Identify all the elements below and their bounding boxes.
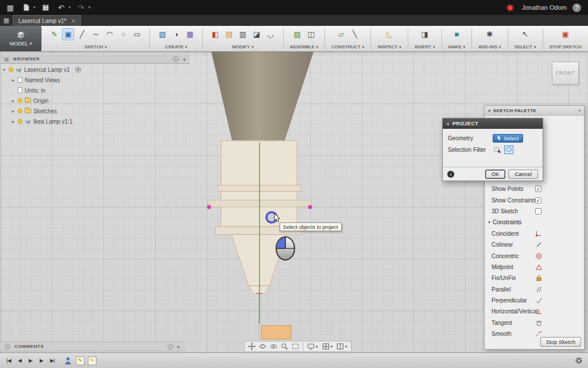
lamp-shade-body[interactable] xyxy=(211,52,314,140)
browser-item-sketches[interactable]: ▸ Sketches xyxy=(2,106,81,116)
insert-menu[interactable]: INSERT▾ xyxy=(415,44,435,49)
addins-menu[interactable]: ADD-INS▾ xyxy=(478,44,501,49)
browser-item-origin[interactable]: ▸ Origin xyxy=(2,95,81,106)
assemble-menu[interactable]: ASSEMBLE▾ xyxy=(290,44,319,49)
expander-icon[interactable]: ▸ xyxy=(11,98,16,103)
visibility-bulb-icon[interactable] xyxy=(18,109,22,113)
view-cube[interactable]: FRONT xyxy=(552,62,579,85)
tab-close-icon[interactable]: × xyxy=(71,17,75,24)
constraint-coincident[interactable]: Coincident xyxy=(485,228,584,239)
spline-tool-icon[interactable] xyxy=(90,28,102,40)
pan-button[interactable] xyxy=(246,342,257,351)
fit-button[interactable] xyxy=(290,342,300,351)
addins-icon[interactable] xyxy=(483,28,496,40)
line-tool-icon[interactable] xyxy=(76,28,88,40)
modify-menu[interactable]: MODIFY▾ xyxy=(232,44,254,49)
timeline-sketch-feature[interactable] xyxy=(76,356,84,365)
show-points-checkbox[interactable]: ✓ xyxy=(535,186,541,192)
timeline-go-to-end-button[interactable]: ▶| xyxy=(48,356,57,366)
combine-icon[interactable] xyxy=(237,28,249,40)
undo-icon[interactable] xyxy=(56,2,67,13)
stop-sketch-button[interactable]: STOP SKETCH xyxy=(550,44,582,49)
create-sketch-icon[interactable] xyxy=(48,28,60,40)
timeline-play-button[interactable]: ▶ xyxy=(26,356,35,366)
viewport-canvas[interactable]: BROWSER ◂ ▾ Lasercut Lamp v1 ▸ Named Vie… xyxy=(0,52,588,352)
display-settings-dropdown[interactable]: ▾ xyxy=(305,343,320,350)
stop-sketch-palette-button[interactable]: Stop Sketch xyxy=(540,337,581,347)
file-menu-caret[interactable]: ▾ xyxy=(33,5,36,10)
pattern-icon[interactable] xyxy=(184,28,196,40)
constraint-parallel[interactable]: Parallel xyxy=(485,284,584,295)
document-tab[interactable]: Lasercut Lamp v1* × xyxy=(13,15,81,26)
redo-caret[interactable]: ▾ xyxy=(88,5,91,10)
comments-collapse-icon[interactable] xyxy=(168,344,173,350)
constraint-concentric[interactable]: Concentric xyxy=(485,250,584,261)
construction-axis-icon[interactable] xyxy=(349,28,361,40)
comments-bar[interactable]: COMMENTS ▸ xyxy=(0,342,185,351)
3d-sketch-checkbox[interactable] xyxy=(535,208,541,214)
expander-icon[interactable]: ▸ xyxy=(11,119,16,124)
data-panel-toggle-icon[interactable] xyxy=(0,15,13,26)
revolve-icon[interactable] xyxy=(170,28,182,40)
select-cursor-icon[interactable] xyxy=(519,28,531,40)
visibility-bulb-icon[interactable] xyxy=(18,119,22,124)
constraint-perpendicular[interactable]: Perpendicular xyxy=(485,295,584,306)
lamp-base-body[interactable] xyxy=(215,141,301,294)
app-menu-icon[interactable] xyxy=(5,2,16,13)
constraint-colinear[interactable]: Colinear xyxy=(485,239,584,250)
dialog-collapse-icon[interactable]: ◂ xyxy=(446,121,449,126)
workspace-selector[interactable]: MODEL▾ xyxy=(0,26,41,51)
ok-button[interactable]: OK xyxy=(485,170,506,179)
show-constraints-checkbox[interactable]: ✓ xyxy=(535,197,541,204)
user-account-button[interactable]: Jonathan Odom xyxy=(522,4,567,11)
visibility-bulb-icon[interactable] xyxy=(18,98,22,103)
timeline-settings-button[interactable] xyxy=(574,355,584,366)
sketch-point-right[interactable] xyxy=(308,205,312,209)
browser-dock-icon[interactable]: ◂ xyxy=(183,56,185,62)
sketch-menu[interactable]: SKETCH▾ xyxy=(84,44,107,49)
expander-icon[interactable]: ▸ xyxy=(11,78,16,83)
constraint-fix-unfix[interactable]: Fix/UnFix xyxy=(485,273,584,283)
file-menu-icon[interactable] xyxy=(21,2,31,13)
visibility-bulb-icon[interactable] xyxy=(9,67,13,72)
undo-caret[interactable]: ▾ xyxy=(69,5,71,10)
info-icon[interactable]: i xyxy=(447,171,454,178)
press-pull-icon[interactable] xyxy=(210,28,222,40)
selected-sketch-profile[interactable] xyxy=(261,325,291,339)
redo-icon[interactable] xyxy=(76,2,86,13)
sketch-point-left[interactable] xyxy=(207,205,211,209)
insert-icon[interactable] xyxy=(419,28,431,40)
new-component-icon[interactable] xyxy=(291,28,303,40)
section-expander-icon[interactable]: ▾ xyxy=(488,220,490,225)
browser-item-named-views[interactable]: ▸ Named Views xyxy=(2,75,81,85)
construct-menu[interactable]: CONSTRUCT▾ xyxy=(332,44,365,49)
stop-sketch-icon[interactable] xyxy=(559,28,571,40)
geometry-select-button[interactable]: Select xyxy=(493,134,523,143)
palette-expand-icon[interactable]: » xyxy=(578,108,581,113)
construction-plane-icon[interactable] xyxy=(335,28,347,40)
constraint-horizontal-vertical[interactable]: Horizontal/Vertical xyxy=(485,306,584,317)
create-menu[interactable]: CREATE▾ xyxy=(165,44,187,49)
make-menu[interactable]: MAKE▾ xyxy=(448,44,465,49)
fillet-icon[interactable] xyxy=(265,28,277,40)
project-dialog-header[interactable]: ◂ PROJECT xyxy=(443,118,543,129)
activate-component-radio[interactable] xyxy=(75,67,81,72)
browser-root-item[interactable]: ▾ Lasercut Lamp v1 xyxy=(2,64,81,75)
extrude-icon[interactable] xyxy=(156,28,168,40)
comments-expand-icon[interactable]: ▸ xyxy=(177,344,180,350)
constraint-tangent[interactable]: Tangent xyxy=(485,317,584,328)
cancel-button[interactable]: Cancel xyxy=(508,170,538,179)
orbit-button[interactable] xyxy=(257,342,268,351)
browser-item-units[interactable]: Units: in xyxy=(2,85,81,95)
filter-specified-entities-icon[interactable] xyxy=(493,145,502,154)
browser-panel-header[interactable]: BROWSER ◂ xyxy=(0,55,189,64)
zoom-button[interactable] xyxy=(279,342,289,351)
joint-icon[interactable] xyxy=(305,28,317,40)
palette-collapse-icon[interactable]: ◂ xyxy=(488,108,490,113)
timeline-step-forward-button[interactable]: ▶ xyxy=(37,356,46,366)
browser-collapse-icon[interactable] xyxy=(173,56,179,62)
viewports-dropdown[interactable]: ▾ xyxy=(335,343,349,350)
timeline-go-to-start-button[interactable]: |◀ xyxy=(4,356,13,366)
expander-icon[interactable]: ▾ xyxy=(2,67,6,72)
constraint-midpoint[interactable]: Midpoint xyxy=(485,262,584,273)
